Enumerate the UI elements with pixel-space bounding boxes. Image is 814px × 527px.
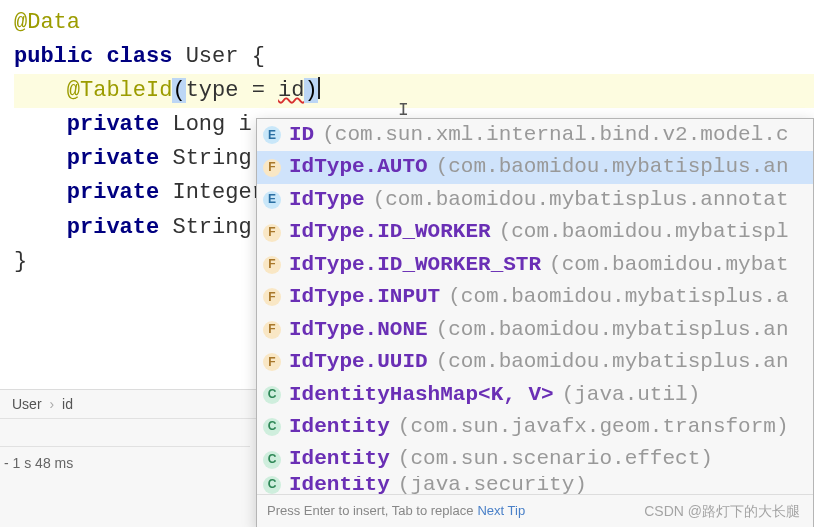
text-cursor-icon: I [398,100,409,120]
completion-source: (java.security) [398,476,587,494]
completion-source: (com.baomidou.mybatisplus.annotat [373,185,789,215]
class-icon: C [263,418,281,436]
text-cursor [318,77,320,99]
completion-item[interactable]: CIdentity (com.sun.javafx.geom.transform… [257,411,813,443]
completion-item[interactable]: CIdentity (com.sun.scenario.effect) [257,443,813,475]
completion-name: IdType.INPUT [289,282,440,312]
completion-item[interactable]: EID (com.sun.xml.internal.bind.v2.model.… [257,119,813,151]
annotation: @TableId [67,78,173,103]
keyword: public [14,44,93,69]
keyword: private [67,215,159,240]
code-line: @Data [14,6,814,40]
completion-item[interactable]: FIdType.ID_WORKER_STR (com.baomidou.myba… [257,249,813,281]
class-icon: C [263,451,281,469]
completion-item[interactable]: FIdType.ID_WORKER (com.baomidou.mybatisp… [257,216,813,248]
completion-name: Identity [289,412,390,442]
completion-name: IdType.UUID [289,347,428,377]
code-line-current: @TableId(type = id) [14,74,814,108]
completion-name: IdType [289,185,365,215]
annotation: @Data [14,10,80,35]
completion-item[interactable]: CIdentityHashMap<K, V> (java.util) [257,379,813,411]
completion-source: (com.sun.javafx.geom.transform) [398,412,789,442]
code-line: public class User { [14,40,814,74]
completion-source: (java.util) [562,380,701,410]
keyword: private [67,180,159,205]
enum-icon: E [263,191,281,209]
completion-item[interactable]: FIdType.INPUT (com.baomidou.mybatisplus.… [257,281,813,313]
completion-name: Identity [289,476,390,494]
autocomplete-popup[interactable]: EID (com.sun.xml.internal.bind.v2.model.… [256,118,814,527]
keyword: class [106,44,172,69]
completion-item[interactable]: CIdentity (java.security) [257,476,813,494]
completion-source: (com.baomidou.mybat [549,250,788,280]
completion-source: (com.sun.scenario.effect) [398,444,713,474]
chevron-right-icon: › [49,396,54,412]
class-icon: C [263,386,281,404]
field-icon: F [263,288,281,306]
completion-source: (com.baomidou.mybatispl [499,217,789,247]
class-icon: C [263,476,281,494]
completion-source: (com.baomidou.mybatisplus.an [436,347,789,377]
enum-icon: E [263,126,281,144]
completion-name: Identity [289,444,390,474]
breadcrumb-segment[interactable]: User [12,396,42,412]
keyword: private [67,112,159,137]
status-bar: - 1 s 48 ms [0,446,250,479]
field-icon: F [263,159,281,177]
breadcrumb-segment[interactable]: id [62,396,73,412]
completion-name: IdType.ID_WORKER [289,217,491,247]
field-icon: F [263,321,281,339]
completion-name: IdentityHashMap<K, V> [289,380,554,410]
hint-text: Press Enter to insert, Tab to replace [267,503,473,518]
field-icon: F [263,353,281,371]
completion-item[interactable]: FIdType.NONE (com.baomidou.mybatisplus.a… [257,314,813,346]
completion-source: (com.baomidou.mybatisplus.an [436,152,789,182]
completion-name: ID [289,120,314,150]
status-text: - 1 s 48 ms [4,455,73,471]
completion-item[interactable]: FIdType.AUTO (com.baomidou.mybatisplus.a… [257,151,813,183]
completion-source: (com.sun.xml.internal.bind.v2.model.c [322,120,788,150]
completion-name: IdType.ID_WORKER_STR [289,250,541,280]
field-icon: F [263,256,281,274]
keyword: private [67,146,159,171]
completion-source: (com.baomidou.mybatisplus.a [448,282,788,312]
completion-item[interactable]: EIdType (com.baomidou.mybatisplus.annota… [257,184,813,216]
completion-name: IdType.AUTO [289,152,428,182]
completion-item[interactable]: FIdType.UUID (com.baomidou.mybatisplus.a… [257,346,813,378]
completion-source: (com.baomidou.mybatisplus.an [436,315,789,345]
typed-text: id [278,78,304,103]
field-icon: F [263,224,281,242]
completion-name: IdType.NONE [289,315,428,345]
next-tip-link[interactable]: Next Tip [477,503,525,518]
watermark: CSDN @路灯下的大长腿 [644,503,800,521]
